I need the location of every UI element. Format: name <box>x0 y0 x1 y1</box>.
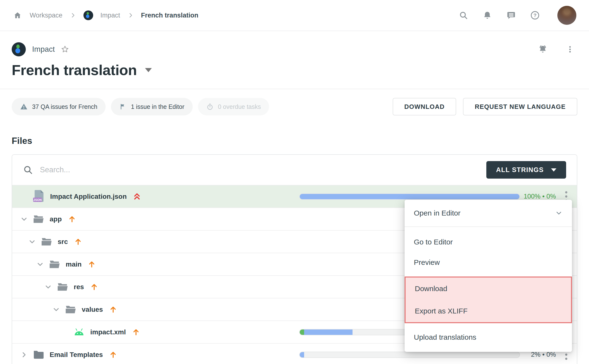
folder-name: values <box>82 306 103 313</box>
upload-arrow-icon <box>74 238 82 246</box>
notifications-icon[interactable] <box>482 10 492 20</box>
home-icon[interactable] <box>13 10 22 20</box>
file-context-menu: Open in Editor Go to Editor Preview Down… <box>405 200 572 352</box>
star-icon[interactable] <box>61 45 69 54</box>
menu-item-upload-translations[interactable]: Upload translations <box>405 327 572 347</box>
folder-open-icon <box>41 237 52 247</box>
folder-open-icon <box>49 260 60 269</box>
chevron-down-icon[interactable] <box>44 282 53 292</box>
json-file-icon: JSON <box>33 190 45 203</box>
timer-icon <box>206 103 214 110</box>
breadcrumb-current: French translation <box>141 12 199 19</box>
warning-icon <box>20 103 28 111</box>
progress-bar <box>299 352 520 358</box>
upload-arrow-icon <box>109 351 117 359</box>
strings-filter-button[interactable]: ALL STRINGS <box>486 161 566 179</box>
high-priority-icon <box>133 192 141 201</box>
user-avatar[interactable] <box>557 6 576 25</box>
folder-open-icon <box>65 305 76 314</box>
chevron-down-icon[interactable] <box>36 260 45 269</box>
menu-item-export-as-xliff[interactable]: Export as XLIFF <box>406 300 571 322</box>
project-name: Impact <box>32 45 55 54</box>
top-navbar: Workspace Impact French translation <box>0 0 589 31</box>
menu-item-preview[interactable]: Preview <box>405 252 572 273</box>
project-header-actions <box>538 44 577 54</box>
upload-arrow-icon <box>88 260 96 268</box>
folder-closed-icon <box>33 350 44 360</box>
project-kebab-menu[interactable] <box>565 44 575 54</box>
menu-item-download[interactable]: Download <box>406 277 571 300</box>
header-buttons: DOWNLOAD REQUEST NEW LANGUAGE <box>393 98 577 115</box>
files-heading: Files <box>12 136 577 146</box>
title-dropdown-caret[interactable] <box>145 68 152 72</box>
upload-arrow-icon <box>68 215 76 223</box>
editor-issues-badge[interactable]: 1 issue in the Editor <box>111 98 193 115</box>
chevron-down-icon <box>555 209 563 217</box>
progress-stats: 2% • 0% <box>531 351 556 358</box>
app-window: Workspace Impact French translation <box>0 0 589 364</box>
folder-open-icon <box>33 214 44 224</box>
files-search-row: ALL STRINGS <box>12 155 577 185</box>
upload-arrow-icon <box>90 283 98 291</box>
breadcrumb-project[interactable]: Impact <box>100 12 120 19</box>
project-logo <box>12 42 26 56</box>
navbar-actions: ? <box>459 6 576 25</box>
status-toolbar: 37 QA issues for French 1 issue in the E… <box>12 98 577 115</box>
chevron-down-icon[interactable] <box>27 237 37 246</box>
help-icon[interactable]: ? <box>530 10 540 20</box>
flag-icon <box>119 103 127 110</box>
android-file-icon <box>73 328 85 336</box>
svg-text:JSON: JSON <box>33 198 42 201</box>
divider <box>0 89 589 89</box>
upload-arrow-icon <box>109 306 117 313</box>
chevron-down-icon[interactable] <box>52 305 61 314</box>
overdue-tasks-badge[interactable]: 0 overdue tasks <box>198 98 269 115</box>
folder-name: res <box>74 283 84 291</box>
search-icon <box>23 165 33 175</box>
messages-icon[interactable] <box>506 10 516 20</box>
search-icon[interactable] <box>459 10 468 20</box>
progress-bar <box>299 193 520 200</box>
file-name: impact.xml <box>90 328 126 336</box>
menu-list: Go to Editor Preview Download Export as … <box>405 227 572 347</box>
page-title-row: French translation <box>12 62 577 78</box>
download-button[interactable]: DOWNLOAD <box>393 98 456 115</box>
project-header: Impact <box>12 42 577 56</box>
menu-highlight-group: Download Export as XLIFF <box>405 277 572 323</box>
folder-open-icon <box>57 282 68 292</box>
breadcrumb: Workspace Impact French translation <box>13 10 198 20</box>
chevron-down-icon <box>551 168 556 172</box>
chevron-right-icon <box>70 12 76 18</box>
upload-arrow-icon <box>132 328 140 336</box>
folder-name: Email Templates <box>50 351 103 359</box>
chevron-right-icon <box>127 12 134 18</box>
menu-item-go-to-editor[interactable]: Go to Editor <box>405 232 572 252</box>
file-name: Impact Application.json <box>50 193 127 200</box>
folder-name: src <box>58 238 68 246</box>
menu-item-open-in-editor[interactable]: Open in Editor <box>405 200 572 226</box>
status-badges: 37 QA issues for French 1 issue in the E… <box>12 98 269 115</box>
chevron-down-icon[interactable] <box>19 215 29 224</box>
folder-name: app <box>50 215 62 223</box>
progress-stats: 100% • 0% <box>524 193 556 200</box>
svg-text:?: ? <box>534 12 537 18</box>
qa-issues-badge[interactable]: 37 QA issues for French <box>12 98 106 115</box>
request-new-language-button[interactable]: REQUEST NEW LANGUAGE <box>463 98 577 115</box>
page-title: French translation <box>12 62 137 78</box>
search-input[interactable] <box>40 165 486 174</box>
project-logo-icon <box>83 10 93 20</box>
chevron-right-icon[interactable] <box>19 350 29 359</box>
notifications-active-icon[interactable] <box>538 44 548 54</box>
breadcrumb-workspace[interactable]: Workspace <box>30 12 63 19</box>
folder-name: main <box>66 260 82 268</box>
